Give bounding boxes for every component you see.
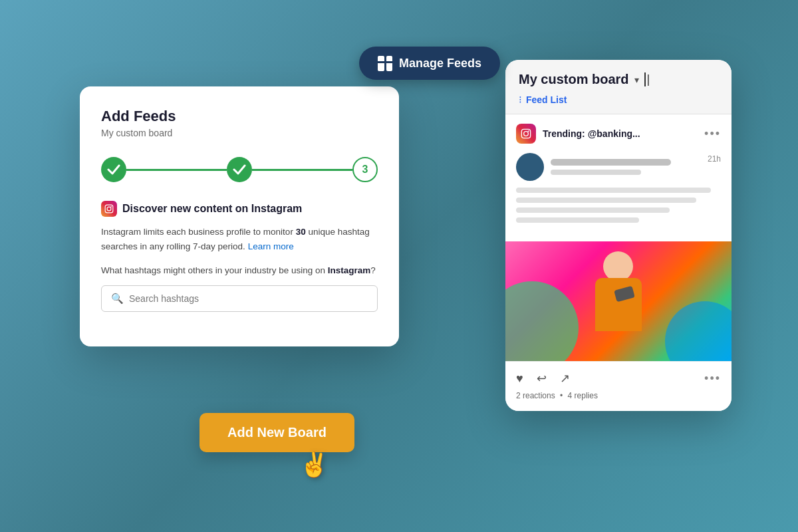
add-feeds-panel: Add Feeds My custom board 3 — [80, 86, 399, 346]
feed-list-row: ⁝ Feed List — [519, 94, 718, 106]
board-dropdown-icon[interactable]: ▾ — [634, 74, 639, 85]
svg-point-6 — [524, 132, 529, 136]
instagram-section: Discover new content on Instagram Instag… — [101, 201, 378, 312]
actions-more-icon[interactable]: ••• — [704, 372, 721, 386]
instagram-desc-number: 30 — [296, 227, 306, 237]
stepper: 3 — [101, 157, 378, 182]
question-bold: Instagram — [328, 265, 371, 275]
add-new-board-button[interactable]: Add New Board — [200, 413, 354, 452]
post-ig-svg — [521, 128, 531, 139]
post-engagement: 2 reactions • 4 replies — [505, 391, 732, 411]
step-1-check-icon — [101, 157, 126, 182]
question-prefix: What hashtags might others in your indus… — [101, 265, 328, 275]
cursor-hand-icon: ✌ — [299, 451, 329, 479]
board-title-row: My custom board ▾ | — [519, 72, 718, 87]
reply-icon[interactable]: ↩ — [537, 371, 547, 386]
manage-feeds-button[interactable]: Manage Feeds — [359, 47, 500, 80]
like-icon[interactable]: ♥ — [516, 372, 523, 386]
post-photo — [505, 241, 732, 361]
instagram-header: Discover new content on Instagram — [101, 201, 378, 217]
instagram-desc-prefix: Instagram limits each business profile t… — [101, 227, 296, 237]
manage-feeds-icon — [378, 56, 392, 70]
post-content: 21h — [505, 153, 732, 241]
share-icon[interactable]: ↗ — [560, 371, 570, 386]
post-source-label: Trending: @banking... — [543, 128, 698, 139]
step-2 — [227, 157, 252, 182]
replies-label: 4 replies — [568, 391, 598, 400]
board-title: My custom board — [519, 72, 629, 87]
board-header: My custom board ▾ | ⁝ Feed List — [505, 60, 732, 114]
learn-more-link[interactable]: Learn more — [248, 241, 294, 251]
hashtag-search-input[interactable] — [129, 293, 368, 304]
text-line-2 — [516, 198, 696, 203]
add-feeds-subtitle: My custom board — [101, 128, 378, 138]
post-header: Trending: @banking... ••• — [505, 114, 732, 153]
post-more-icon[interactable]: ••• — [704, 127, 721, 141]
step-3: 3 — [352, 157, 378, 182]
post-user-row: 21h — [516, 153, 721, 181]
svg-rect-5 — [521, 129, 530, 138]
instagram-svg — [104, 204, 114, 213]
post-time: 21h — [708, 154, 721, 164]
post-avatar — [516, 153, 544, 181]
step-line-1 — [126, 169, 227, 171]
manage-feeds-label: Manage Feeds — [399, 57, 481, 70]
svg-point-1 — [227, 158, 251, 182]
text-line-3 — [516, 207, 670, 213]
feed-list-label[interactable]: Feed List — [526, 94, 567, 105]
person-body — [595, 278, 642, 331]
engagement-dot: • — [560, 391, 563, 400]
svg-point-4 — [110, 206, 112, 207]
svg-rect-2 — [105, 205, 113, 213]
text-line-4 — [516, 217, 639, 223]
svg-point-7 — [528, 130, 529, 132]
person-head — [603, 251, 633, 281]
instagram-description: Instagram limits each business profile t… — [101, 225, 378, 253]
hashtag-question: What hashtags might others in your indus… — [101, 264, 378, 277]
right-panel-board: My custom board ▾ | ⁝ Feed List — [505, 60, 732, 411]
photo-person — [579, 245, 658, 361]
step-1 — [101, 157, 126, 182]
text-line-1 — [516, 188, 711, 193]
add-feeds-title: Add Feeds — [101, 108, 378, 125]
circle-green-decoration — [505, 281, 579, 361]
reactions-label: 2 reactions — [516, 391, 555, 400]
post-name-placeholder — [551, 159, 671, 166]
feed-list-icon: ⁝ — [519, 94, 522, 106]
instagram-icon — [101, 201, 117, 217]
step-line-2 — [252, 169, 352, 171]
scene: Manage Feeds Add Feeds My custom board — [66, 33, 732, 499]
step-2-check-icon — [227, 157, 252, 182]
add-new-board-label: Add New Board — [227, 425, 327, 440]
search-icon: 🔍 — [111, 293, 124, 305]
svg-point-3 — [107, 207, 111, 211]
post-card: Trending: @banking... ••• 21h — [505, 114, 732, 411]
svg-point-0 — [102, 158, 126, 182]
circle-blue-decoration — [665, 301, 732, 361]
hashtag-search-wrapper[interactable]: 🔍 — [101, 285, 378, 312]
question-suffix: ? — [370, 265, 376, 275]
instagram-discover-title: Discover new content on Instagram — [122, 203, 302, 215]
post-user-info — [551, 159, 701, 175]
post-handle-placeholder — [551, 170, 641, 175]
post-actions: ♥ ↩ ↗ ••• — [505, 361, 732, 391]
board-cursor: | — [644, 72, 650, 86]
post-text-lines — [516, 188, 721, 223]
post-instagram-icon — [516, 124, 536, 144]
